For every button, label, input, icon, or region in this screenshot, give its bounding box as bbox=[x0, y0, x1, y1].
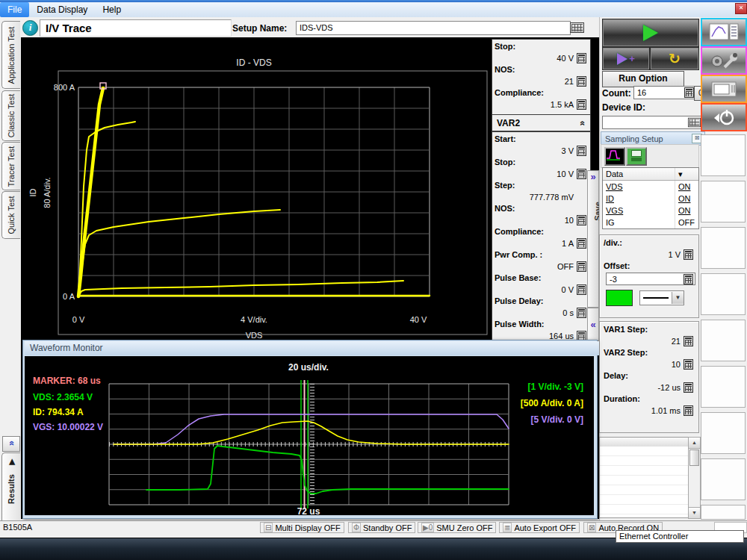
table-row[interactable]: IGOFF bbox=[603, 217, 698, 228]
count-input[interactable]: 16 bbox=[633, 86, 696, 99]
param-label: Pulse Width: bbox=[495, 319, 588, 330]
results-arrow-icon: ▶ bbox=[7, 458, 16, 464]
collapse-splitter[interactable]: « bbox=[587, 308, 599, 341]
keypad-icon[interactable] bbox=[577, 215, 586, 225]
side-slot bbox=[701, 181, 746, 223]
collapse-icon[interactable]: « bbox=[578, 120, 589, 125]
save-splitter[interactable]: » Save bbox=[587, 170, 599, 308]
auto-export-toggle[interactable]: ≣Auto Export OFF bbox=[499, 522, 580, 533]
offset-input[interactable]: -3 bbox=[606, 273, 695, 285]
waveform-monitor-titlebar[interactable]: Waveform Monitor bbox=[25, 341, 599, 355]
waveform-legend-id: [500 A/div. 0 A] bbox=[521, 398, 583, 408]
keypad-icon[interactable] bbox=[684, 274, 693, 284]
param-value[interactable]: 10 bbox=[672, 360, 681, 369]
scrollbar[interactable]: ▲ ▼ bbox=[688, 437, 701, 519]
var2-title: VAR2 bbox=[497, 118, 520, 128]
param-value[interactable]: 3 V bbox=[561, 146, 574, 155]
keypad-icon[interactable] bbox=[577, 99, 586, 110]
expand-left-icon[interactable]: « bbox=[588, 319, 598, 330]
table-row[interactable]: VDSON bbox=[603, 181, 698, 193]
page-title: I/V Trace bbox=[40, 19, 232, 37]
tab-quick-test[interactable]: Quick Test bbox=[1, 191, 20, 239]
keypad-icon[interactable] bbox=[684, 359, 693, 370]
side-slot bbox=[701, 458, 746, 500]
scrollbar-thumb[interactable] bbox=[689, 449, 699, 466]
run-icon bbox=[643, 25, 658, 41]
param-label: Pwr Comp. : bbox=[495, 249, 588, 261]
param-value[interactable]: 1.01 ms bbox=[651, 406, 681, 415]
standby-toggle[interactable]: ΦStandby OFF bbox=[348, 522, 415, 533]
div-value[interactable]: 1 V bbox=[668, 250, 681, 259]
single-run-button[interactable] bbox=[602, 19, 699, 47]
param-value[interactable]: 0 s bbox=[562, 308, 574, 317]
keyboard-icon[interactable] bbox=[570, 22, 584, 33]
repeat-run-button[interactable]: ↻ bbox=[650, 47, 699, 70]
collapse-results-button[interactable]: « bbox=[2, 436, 20, 452]
run-option-button[interactable]: Run Option bbox=[602, 71, 684, 87]
data-table-header-toggle[interactable]: ▾ bbox=[675, 168, 698, 180]
tab-application-test[interactable]: Application Test bbox=[1, 21, 20, 89]
append-run-button[interactable]: + bbox=[602, 47, 650, 70]
data-display-button[interactable] bbox=[701, 18, 747, 46]
instrument-model-label: B1505A bbox=[3, 523, 32, 532]
side-slot bbox=[701, 320, 746, 361]
param-label: NOS: bbox=[495, 64, 588, 75]
menu-help[interactable]: Help bbox=[95, 2, 128, 17]
keypad-icon[interactable] bbox=[684, 249, 693, 260]
keypad-icon[interactable] bbox=[577, 308, 586, 318]
y-max-label: 800 A bbox=[54, 83, 75, 92]
result-list[interactable] bbox=[599, 447, 689, 518]
instrument-button[interactable] bbox=[701, 75, 747, 103]
line-style-dropdown[interactable]: ▼ bbox=[639, 290, 684, 305]
multi-display-toggle[interactable]: ⊟Multi Display OFF bbox=[260, 522, 344, 533]
param-value[interactable]: 10 bbox=[565, 216, 574, 225]
param-value[interactable]: 1.5 kA bbox=[551, 100, 574, 109]
tab-tracer-test[interactable]: Tracer Test bbox=[1, 142, 20, 190]
side-slot bbox=[701, 505, 746, 520]
x-min-label: 0 V bbox=[72, 315, 85, 324]
keypad-icon[interactable] bbox=[577, 53, 586, 63]
device-id-input[interactable] bbox=[602, 116, 704, 129]
keypad-icon[interactable] bbox=[577, 76, 586, 87]
smu-zero-toggle[interactable]: ▶0SMU Zero OFF bbox=[418, 522, 496, 533]
keypad-icon[interactable] bbox=[684, 405, 693, 416]
auto-record-icon: ⊠ bbox=[587, 523, 596, 532]
tab-results[interactable]: ▶ Results bbox=[1, 452, 20, 525]
var2-header[interactable]: VAR2 « bbox=[492, 114, 591, 131]
keypad-icon[interactable] bbox=[684, 87, 694, 98]
keyboard-icon[interactable] bbox=[688, 118, 701, 128]
table-row[interactable]: VGSON bbox=[603, 205, 698, 217]
param-value[interactable]: -12 us bbox=[657, 383, 681, 392]
param-label: Stop: bbox=[495, 41, 588, 52]
param-value[interactable]: 21 bbox=[672, 337, 681, 346]
keypad-icon[interactable] bbox=[577, 146, 586, 156]
standby-button[interactable] bbox=[701, 103, 747, 131]
menu-file[interactable]: File bbox=[0, 2, 29, 17]
trace-color-swatch[interactable] bbox=[606, 290, 633, 306]
scroll-up-icon[interactable]: ▲ bbox=[689, 438, 700, 449]
param-value[interactable]: 0 V bbox=[561, 285, 574, 294]
keypad-icon[interactable] bbox=[684, 336, 693, 346]
param-value[interactable]: 40 V bbox=[557, 54, 574, 63]
keypad-icon[interactable] bbox=[577, 238, 586, 249]
setup-name-input[interactable]: IDS-VDS bbox=[296, 21, 571, 35]
keypad-icon[interactable] bbox=[684, 382, 693, 393]
scroll-down-icon[interactable]: ▼ bbox=[689, 507, 700, 518]
param-value[interactable]: OFF bbox=[557, 262, 574, 271]
pulse-setup-icon[interactable] bbox=[604, 147, 625, 166]
line-style-sample bbox=[643, 297, 669, 299]
table-row[interactable]: IDON bbox=[603, 193, 698, 205]
expand-right-icon[interactable]: » bbox=[588, 171, 598, 182]
save-setup-icon[interactable] bbox=[626, 147, 647, 166]
keypad-icon[interactable] bbox=[577, 261, 586, 272]
keypad-icon[interactable] bbox=[577, 169, 586, 179]
param-value[interactable]: 10 V bbox=[557, 169, 574, 178]
param-value[interactable]: 1 A bbox=[562, 239, 574, 248]
close-icon[interactable]: ✕ bbox=[735, 3, 747, 14]
keypad-icon[interactable] bbox=[577, 284, 586, 295]
config-button[interactable] bbox=[701, 46, 747, 75]
param-value[interactable]: 21 bbox=[565, 77, 574, 86]
menu-data-display[interactable]: Data Display bbox=[29, 2, 95, 17]
tab-classic-test[interactable]: Classic Test bbox=[1, 90, 20, 141]
info-icon[interactable]: i bbox=[22, 20, 38, 36]
